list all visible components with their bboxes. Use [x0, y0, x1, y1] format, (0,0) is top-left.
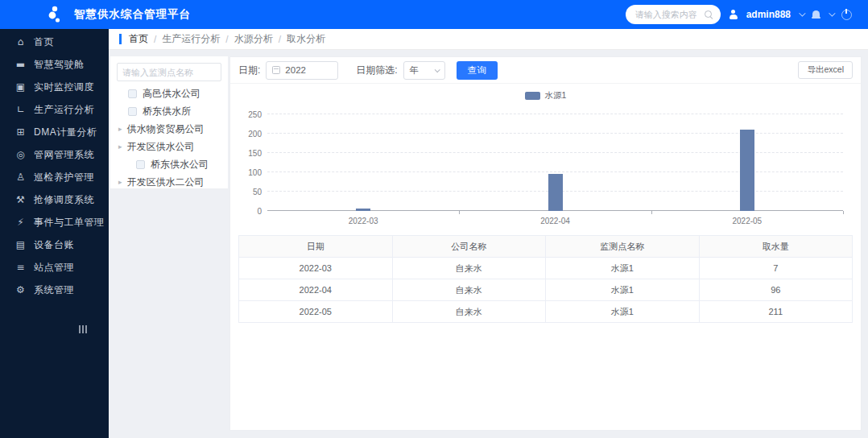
meter-icon: ⊞ — [14, 126, 27, 138]
breadcrumb: 首页/生产运行分析/水源分析/取水分析 — [129, 32, 325, 46]
sidebar-item-0[interactable]: ⌂首页 — [0, 31, 109, 53]
breadcrumb-separator: / — [225, 34, 228, 45]
sidebar-item-label: 系统管理 — [34, 283, 74, 297]
search-icon[interactable] — [705, 10, 713, 19]
gear-icon: ⚙ — [14, 284, 27, 295]
sidebar: ⌂首页▬智慧驾驶舱▣实时监控调度∟生产运行分析⊞DMA计量分析◎管网管理系统♙巡… — [0, 29, 109, 438]
app-title: 智慧供水综合管理平台 — [74, 7, 191, 22]
sidebar-collapse-icon[interactable] — [79, 325, 109, 333]
chart-plot-area: 0501001502002502022-032022-042022-05 — [267, 114, 843, 211]
table-cell: 2022-05 — [239, 301, 393, 323]
tree-caret-icon[interactable]: ▸ — [118, 178, 122, 186]
chevron-down-icon[interactable] — [829, 10, 835, 16]
tree-item-0[interactable]: 高邑供水公司 — [117, 85, 221, 102]
monitor-point-search-input[interactable] — [117, 63, 221, 81]
x-axis-tick — [843, 211, 844, 214]
sidebar-item-6[interactable]: ♙巡检养护管理 — [0, 166, 109, 188]
table-cell: 水源1 — [546, 279, 700, 301]
breadcrumb-item-2[interactable]: 水源分析 — [234, 32, 273, 46]
breadcrumb-item-1[interactable]: 生产运行分析 — [162, 32, 220, 46]
tree-item-3[interactable]: ▸开发区供水公司 — [117, 138, 221, 155]
notifications-bell-icon[interactable] — [812, 10, 820, 19]
sidebar-item-8[interactable]: ⚡事件与工单管理 — [0, 211, 109, 233]
x-axis-category-label: 2022-05 — [732, 217, 762, 225]
y-axis-tick-label: 100 — [248, 168, 262, 177]
date-value: 2022 — [285, 65, 306, 75]
monitor-point-panel: 高邑供水公司桥东供水所▸供水物资贸易公司▸开发区供水公司桥东供水公司▸开发区供水… — [110, 56, 228, 188]
table-cell: 2022-04 — [239, 279, 393, 301]
tree-item-2[interactable]: ▸供水物资贸易公司 — [117, 120, 221, 138]
x-axis-category-label: 2022-04 — [540, 217, 570, 225]
breadcrumb-accent — [119, 34, 122, 44]
tree-caret-icon[interactable]: ▸ — [118, 125, 122, 133]
tree-item-5[interactable]: ▸开发区供水二公司 — [117, 173, 221, 191]
sidebar-item-3[interactable]: ∟生产运行分析 — [0, 98, 109, 121]
table-cell: 自来水 — [392, 258, 546, 279]
breadcrumb-bar: 首页/生产运行分析/水源分析/取水分析 — [109, 29, 868, 50]
global-search-input[interactable] — [635, 10, 705, 19]
breadcrumb-item-3[interactable]: 取水分析 — [287, 32, 325, 46]
tree-item-label: 供水物资贸易公司 — [127, 122, 205, 136]
table-header-row: 日期公司名称监测点名称取水量 — [239, 236, 853, 258]
user-chevron-down-icon[interactable] — [799, 10, 805, 16]
pipe-icon: ◎ — [14, 149, 27, 160]
sidebar-item-label: 设备台账 — [34, 238, 74, 252]
monitor-icon: ▣ — [14, 81, 27, 93]
y-axis-tick-label: 200 — [248, 130, 262, 138]
tree-checkbox[interactable] — [128, 107, 137, 116]
global-search[interactable] — [626, 5, 721, 24]
date-picker[interactable]: 2022 — [266, 61, 338, 80]
tree-item-1[interactable]: 桥东供水所 — [117, 102, 221, 120]
legend-swatch — [525, 92, 540, 100]
x-axis-tick — [459, 211, 460, 214]
sidebar-item-label: 智慧驾驶舱 — [34, 58, 85, 72]
sidebar-item-5[interactable]: ◎管网管理系统 — [0, 143, 109, 166]
event-icon: ⚡ — [14, 217, 27, 228]
table-header-cell: 公司名称 — [392, 236, 546, 258]
chart-icon: ∟ — [14, 104, 27, 115]
sidebar-menu: ⌂首页▬智慧驾驶舱▣实时监控调度∟生产运行分析⊞DMA计量分析◎管网管理系统♙巡… — [0, 31, 109, 301]
app-header: 智慧供水综合管理平台 admin888 — [0, 0, 868, 29]
bar — [740, 130, 754, 211]
calendar-icon — [272, 66, 280, 74]
table-cell: 211 — [699, 301, 853, 323]
date-filter-select[interactable]: 年 — [403, 61, 445, 80]
export-excel-button[interactable]: 导出excel — [798, 61, 853, 79]
table-cell: 水源1 — [546, 258, 700, 279]
date-filter-label: 日期筛选: — [356, 64, 397, 77]
tree-item-label: 开发区供水公司 — [127, 140, 195, 154]
app-logo-icon — [45, 4, 66, 25]
y-axis-tick-label: 150 — [248, 149, 262, 158]
table-header-cell: 监测点名称 — [546, 236, 700, 258]
sidebar-item-11[interactable]: ⚙系统管理 — [0, 279, 109, 301]
y-axis-tick-label: 0 — [257, 207, 262, 216]
sidebar-item-4[interactable]: ⊞DMA计量分析 — [0, 121, 109, 143]
tree-item-4[interactable]: 桥东供水公司 — [117, 155, 221, 173]
tree-checkbox[interactable] — [128, 89, 137, 98]
ledger-icon: ▤ — [14, 239, 27, 250]
main-panel: 日期: 2022 日期筛选: 年 查询 导出excel 水源1 05010015… — [229, 56, 862, 431]
user-avatar-icon[interactable] — [729, 10, 738, 19]
intake-table: 日期公司名称监测点名称取水量 2022-03自来水水源172022-04自来水水… — [238, 235, 853, 323]
tree-caret-icon[interactable]: ▸ — [118, 143, 122, 151]
sidebar-item-1[interactable]: ▬智慧驾驶舱 — [0, 53, 109, 76]
logout-power-icon[interactable] — [841, 10, 852, 20]
breadcrumb-separator: / — [154, 34, 156, 45]
gridline — [267, 133, 843, 134]
chart-legend[interactable]: 水源1 — [230, 90, 861, 101]
company-tree: 高邑供水公司桥东供水所▸供水物资贸易公司▸开发区供水公司桥东供水公司▸开发区供水… — [117, 85, 221, 191]
breadcrumb-separator: / — [279, 34, 281, 45]
sidebar-item-7[interactable]: ⚒抢修调度系统 — [0, 188, 109, 211]
sidebar-item-10[interactable]: ≡站点管理 — [0, 256, 109, 279]
sidebar-item-label: 事件与工单管理 — [34, 216, 105, 229]
sidebar-item-9[interactable]: ▤设备台账 — [0, 233, 109, 256]
tree-checkbox[interactable] — [136, 160, 145, 169]
breadcrumb-item-0[interactable]: 首页 — [129, 32, 148, 46]
tree-item-label: 桥东供水所 — [143, 105, 191, 118]
sidebar-item-2[interactable]: ▣实时监控调度 — [0, 76, 109, 98]
table-cell: 96 — [699, 279, 853, 301]
username[interactable]: admin888 — [746, 9, 791, 20]
table-cell: 自来水 — [392, 301, 546, 323]
query-button[interactable]: 查询 — [457, 61, 498, 80]
x-axis-category-label: 2022-03 — [349, 217, 378, 225]
